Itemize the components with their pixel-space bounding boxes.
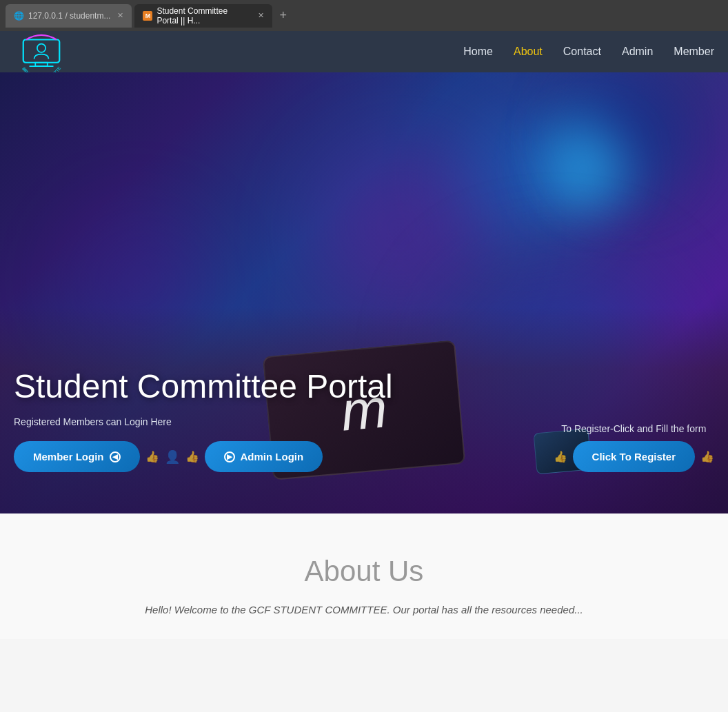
nav-home[interactable]: Home <box>463 45 493 58</box>
tab-2-label: Student Committee Portal || H... <box>156 6 251 26</box>
tab-1[interactable]: 🌐 127.0.0.1 / studentm... ✕ <box>6 4 132 28</box>
register-section: To Register-Click and Fill the form 👍 Cl… <box>554 423 714 472</box>
tab-1-label: 127.0.0.1 / studentm... <box>28 11 110 21</box>
logo-icon: STUDENTS COMMITTEE STUDENTS COMMITTEE <box>14 28 69 76</box>
about-section: About Us Hello! Welcome to the GCF STUDE… <box>0 513 728 639</box>
navbar: STUDENTS COMMITTEE STUDENTS COMMITTEE Ho… <box>0 31 728 72</box>
admin-login-button[interactable]: ▶ Admin Login <box>205 441 323 472</box>
tab-1-close[interactable]: ✕ <box>117 11 123 20</box>
admin-login-label: Admin Login <box>241 451 304 462</box>
person-icon: 👤 <box>165 449 180 465</box>
thumb-up-icon-left: 👍 <box>145 450 159 463</box>
tab-1-icon: 🌐 <box>14 11 24 21</box>
about-title: About Us <box>14 555 714 588</box>
register-label: Click To Register <box>592 451 676 462</box>
nav-member[interactable]: Member <box>674 45 714 58</box>
hero-section: m Student Committee Portal Registered Me… <box>0 72 728 513</box>
tab-2[interactable]: M Student Committee Portal || H... ✕ <box>134 4 272 28</box>
arrow-right-icon: ▶ <box>224 451 235 462</box>
hero-member-subtitle: Registered Members can Login Here <box>14 416 323 427</box>
register-button[interactable]: Click To Register <box>573 441 695 472</box>
member-login-button[interactable]: Member Login ◀ <box>14 441 140 472</box>
tab-2-close[interactable]: ✕ <box>258 11 264 20</box>
nav-about[interactable]: About <box>514 45 543 58</box>
nav-logo: STUDENTS COMMITTEE STUDENTS COMMITTEE <box>14 28 69 76</box>
member-login-label: Member Login <box>33 451 104 462</box>
hero-content: Student Committee Portal Registered Memb… <box>14 367 714 472</box>
about-text: Hello! Welcome to the GCF STUDENT COMMIT… <box>88 602 640 618</box>
register-subtitle: To Register-Click and Fill the form <box>561 423 706 434</box>
svg-rect-0 <box>23 40 60 63</box>
nav-contact[interactable]: Contact <box>563 45 601 58</box>
tab-2-favicon: M <box>143 11 152 21</box>
hero-button-group: Member Login ◀ 👍 👤 👍 ▶ Admin Login <box>14 441 323 472</box>
arrow-left-icon: ◀ <box>110 451 121 462</box>
tab-bar: 🌐 127.0.0.1 / studentm... ✕ M Student Co… <box>6 4 722 28</box>
nav-links: Home About Contact Admin Member <box>463 45 714 58</box>
svg-point-3 <box>37 44 46 52</box>
nav-admin[interactable]: Admin <box>622 45 653 58</box>
thumb-left-register: 👍 <box>554 450 567 463</box>
hero-title: Student Committee Portal <box>14 367 714 405</box>
new-tab-button[interactable]: + <box>275 8 291 23</box>
thumb-up-icon-right: 👍 <box>185 450 199 463</box>
thumb-right-register: 👍 <box>700 450 714 463</box>
browser-chrome: 🌐 127.0.0.1 / studentm... ✕ M Student Co… <box>0 0 728 31</box>
